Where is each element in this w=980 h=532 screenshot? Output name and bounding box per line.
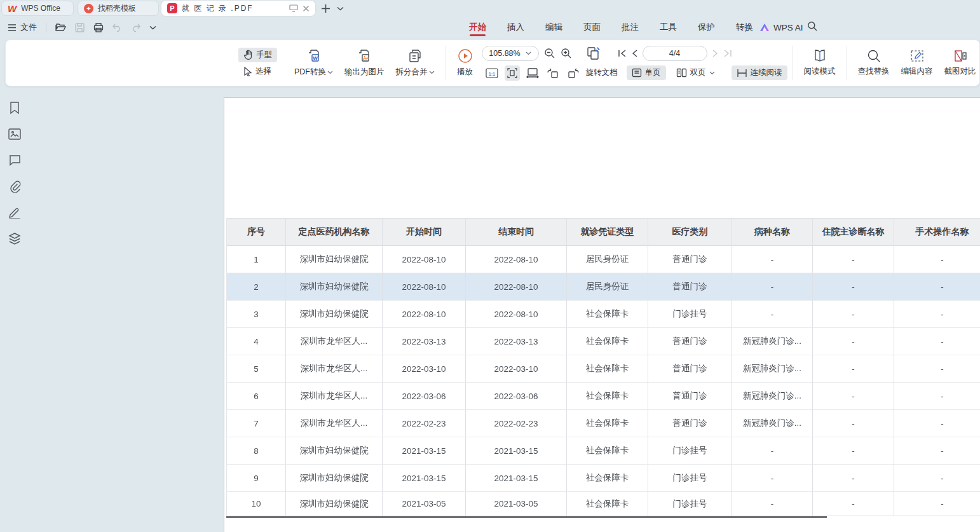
table-cell: - (894, 492, 980, 516)
previous-page-icon[interactable] (632, 50, 637, 57)
table-cell: - (732, 492, 813, 516)
tab-list-chevron-icon[interactable] (337, 0, 344, 17)
read-mode-button[interactable]: 阅读模式 (798, 49, 841, 77)
export-image-button[interactable]: 输出为图片 (339, 48, 390, 78)
table-cell: 深圳市妇幼保健院 (286, 273, 383, 301)
table-cell: 普通门诊 (648, 355, 732, 383)
table-cell: 普通门诊 (648, 328, 732, 355)
table-cell: 门诊挂号 (648, 301, 732, 328)
table-cell: 社会保障卡 (567, 301, 648, 328)
edit-content-icon (909, 49, 925, 63)
double-page-button[interactable]: 双页 (671, 65, 720, 80)
menu-tab-插入[interactable]: 插入 (507, 18, 525, 37)
table-cell: 2021-03-05 (466, 492, 567, 516)
print-icon[interactable] (93, 23, 104, 32)
continuous-read-button[interactable]: 连续阅读 (732, 65, 787, 80)
single-page-button[interactable]: 单页 (627, 65, 666, 80)
table-cell: 3 (227, 301, 286, 328)
table-cell: 2022-03-06 (383, 383, 466, 410)
table-cell: 深圳市妇幼保健院 (286, 465, 383, 492)
split-merge-button[interactable]: 拆分合并 (390, 48, 440, 78)
fit-width-icon[interactable] (505, 65, 520, 81)
menu-tab-工具[interactable]: 工具 (659, 18, 677, 37)
signature-icon[interactable] (7, 205, 22, 220)
zoom-level-select[interactable]: 105.88% (482, 46, 539, 61)
page-number-input[interactable]: 4/4 (643, 46, 707, 61)
rotate-right-icon[interactable] (566, 65, 581, 81)
single-page-icon (632, 68, 642, 78)
hand-tool-button[interactable]: 手型 (238, 48, 277, 62)
table-cell: 2022-08-10 (466, 301, 567, 328)
first-page-icon[interactable] (618, 50, 627, 57)
double-page-icon (676, 68, 687, 78)
zoom-in-icon[interactable] (561, 48, 572, 59)
tab-document-pdf[interactable]: P 就 医 记 录 .PDF (161, 1, 315, 16)
attachment-icon[interactable] (7, 179, 22, 194)
play-button[interactable]: 播放 (451, 48, 479, 78)
menu-tab-转换[interactable]: 转换 (735, 18, 754, 37)
hand-icon (243, 50, 253, 60)
thumbnail-icon[interactable] (7, 126, 22, 142)
quick-access-chevron-icon[interactable] (149, 25, 156, 30)
rotate-doc-label[interactable]: 旋转文档 (586, 67, 618, 78)
menu-tab-保护[interactable]: 保护 (697, 18, 716, 37)
fit-pages-refresh-icon[interactable] (586, 46, 601, 60)
fit-page-icon[interactable] (525, 65, 540, 81)
zoom-out-icon[interactable] (544, 48, 555, 59)
find-replace-button[interactable]: 查找替换 (852, 49, 895, 77)
last-page-icon[interactable] (723, 50, 732, 57)
table-cell: 社会保障卡 (567, 328, 648, 355)
table-cell: - (813, 410, 894, 437)
table-cell: 深圳市妇幼保健院 (286, 437, 383, 465)
comment-icon[interactable] (7, 153, 22, 168)
file-menu-button[interactable]: 文件 (8, 22, 37, 33)
select-tool-button[interactable]: 选择 (238, 64, 277, 79)
table-row: 6深圳市龙华区人...2022-03-062022-03-06社会保障卡普通门诊… (227, 383, 980, 410)
table-cell: 2022-03-13 (383, 328, 466, 355)
table-cell: 2021-03-15 (383, 465, 466, 492)
open-folder-icon[interactable] (55, 23, 66, 32)
new-tab-button[interactable] (321, 0, 330, 17)
chevron-down-icon (526, 51, 531, 55)
layers-icon[interactable] (7, 231, 22, 246)
find-replace-icon (867, 49, 881, 63)
table-cell: 社会保障卡 (567, 383, 648, 410)
table-cell: - (894, 437, 980, 465)
tab-wps-office[interactable]: W WPS Office (1, 1, 74, 16)
undo-icon[interactable] (112, 24, 122, 32)
table-cell: - (894, 328, 980, 355)
table-row: 8深圳市妇幼保健院2021-03-152021-03-15社会保障卡门诊挂号--… (227, 437, 980, 465)
next-page-icon[interactable] (712, 50, 718, 57)
pdf-convert-button[interactable]: W PDF转换 (289, 48, 339, 78)
menu-tab-页面[interactable]: 页面 (583, 18, 601, 37)
tab-docer-templates[interactable]: ✦ 找稻壳模板 (78, 1, 159, 16)
table-cell: - (894, 301, 980, 328)
actual-size-icon[interactable]: 1:1 (484, 65, 500, 81)
menu-search-icon[interactable] (807, 21, 817, 31)
close-tab-icon[interactable] (303, 5, 310, 12)
cursor-icon (243, 67, 252, 76)
edit-content-button[interactable]: 编辑内容 (895, 49, 939, 77)
table-cell: 社会保障卡 (567, 410, 648, 437)
save-icon[interactable] (75, 23, 85, 32)
table-cell: 2021-03-05 (383, 492, 466, 516)
table-row: 2深圳市妇幼保健院2022-08-102022-08-10居民身份证普通门诊--… (227, 273, 980, 301)
screenshot-compare-button[interactable]: 截图对比 (939, 49, 980, 77)
monitor-icon[interactable] (289, 4, 298, 12)
table-cell: 2022-08-10 (383, 273, 466, 301)
wps-ai-button[interactable]: WPS AI (759, 17, 803, 38)
bookmark-icon[interactable] (7, 100, 22, 116)
menu-tab-批注[interactable]: 批注 (621, 18, 639, 37)
menu-tab-开始[interactable]: 开始 (468, 18, 487, 37)
table-cell: 8 (227, 437, 286, 465)
table-cell: - (732, 437, 813, 465)
toolbar: 手型 选择 W PDF转换 输出为图片 拆分合并 (5, 39, 980, 86)
menu-tab-编辑[interactable]: 编辑 (545, 18, 563, 37)
rotate-left-icon[interactable] (545, 65, 561, 81)
screenshot-compare-icon (953, 49, 968, 63)
column-header: 序号 (227, 218, 286, 246)
table-cell: 10 (227, 492, 286, 516)
table-cell: - (813, 246, 894, 273)
redo-icon[interactable] (131, 24, 140, 32)
docer-logo-icon: ✦ (84, 4, 93, 13)
